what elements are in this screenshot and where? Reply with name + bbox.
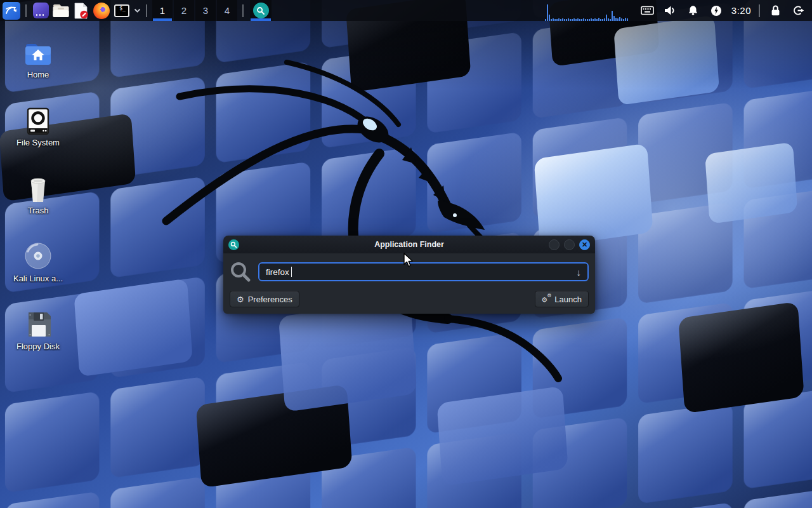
desktop-icon-label: Home (8, 70, 69, 79)
workspace-2-label: 2 (181, 5, 187, 16)
logout-icon (792, 5, 804, 16)
terminal-launcher-button[interactable]: $_ (112, 0, 132, 21)
desktop-icon-trash[interactable]: Trash (8, 173, 69, 215)
power-manager-button[interactable] (707, 0, 725, 21)
desktop-icon-label: Kali Linux a... (8, 274, 69, 283)
panel-separator (146, 4, 147, 17)
logout-button[interactable] (789, 0, 807, 21)
search-input[interactable]: firefox ↓ (258, 262, 589, 281)
desktop-icon-kali-docs[interactable]: Kali Linux a... (8, 241, 69, 283)
kali-logo-icon (3, 2, 20, 20)
console-app-icon (33, 3, 49, 18)
chevron-down-icon (134, 8, 141, 13)
cd-disc-icon (23, 241, 53, 271)
desktop-icon-label: Floppy Disk (8, 342, 69, 351)
history-dropdown-arrow-icon[interactable]: ↓ (577, 267, 582, 277)
minimize-button[interactable] (549, 239, 560, 250)
desktop-icon-file-system[interactable]: File System (8, 105, 69, 147)
firefox-icon (93, 3, 110, 19)
workspace-2[interactable]: 2 (174, 0, 194, 21)
workspace-switcher: 1 2 3 4 (152, 0, 237, 21)
file-manager-launcher-button[interactable] (51, 0, 71, 21)
floppy-disk-icon (23, 310, 53, 339)
terminal-icon: $_ (114, 4, 129, 17)
text-caret (291, 267, 292, 277)
mouse-cursor (403, 253, 414, 268)
console-launcher-button[interactable] (30, 0, 51, 21)
workspace-3-label: 3 (203, 5, 208, 16)
preferences-button[interactable]: ⚙ Preferences (230, 291, 299, 307)
window-title: Application Finder (223, 240, 595, 249)
keyboard-layout-button[interactable] (639, 0, 657, 21)
workspace-3[interactable]: 3 (195, 0, 216, 21)
window-titlebar[interactable]: Application Finder ✕ (223, 236, 595, 253)
search-icon (230, 261, 251, 283)
applications-menu-button[interactable] (1, 0, 22, 21)
panel-separator (759, 4, 760, 17)
launch-button-label: Launch (554, 295, 582, 304)
text-editor-icon (74, 3, 89, 19)
lock-screen-button[interactable] (766, 0, 784, 21)
hard-drive-icon (24, 107, 52, 135)
gear-icon: ⚙ (237, 295, 244, 304)
maximize-button[interactable] (564, 239, 575, 250)
keyboard-icon (641, 6, 654, 15)
terminal-dropdown-button[interactable] (132, 0, 142, 21)
launch-button[interactable]: ⚙ ⚙ Launch (535, 291, 589, 307)
desktop-icon-label: File System (8, 138, 69, 147)
panel-separator (242, 4, 244, 17)
text-editor-launcher-button[interactable] (71, 0, 91, 21)
application-finder-window-icon (228, 239, 239, 250)
panel-separator (25, 4, 27, 17)
desktop-icon-floppy-disk[interactable]: Floppy Disk (8, 309, 69, 351)
desktop-icon-home[interactable]: Home (8, 37, 69, 79)
application-finder-window: Application Finder ✕ firefox ↓ (223, 236, 595, 312)
desktop-icon-label: Trash (8, 206, 69, 215)
clock-button[interactable]: 3:20 (728, 0, 755, 21)
firefox-launcher-button[interactable] (91, 0, 112, 21)
close-button[interactable]: ✕ (579, 239, 590, 250)
volume-button[interactable] (662, 0, 679, 21)
trash-icon (23, 174, 53, 203)
clock-text: 3:20 (731, 5, 751, 16)
top-panel: $_ 1 2 3 4 (0, 0, 812, 21)
preferences-button-label: Preferences (248, 295, 292, 304)
home-folder-icon (23, 39, 53, 67)
lock-icon (770, 4, 781, 17)
workspace-1-label: 1 (160, 5, 165, 16)
search-input-value: firefox (266, 267, 289, 277)
workspace-1[interactable]: 1 (152, 0, 173, 21)
workspace-4[interactable]: 4 (217, 0, 237, 21)
launch-gears-icon: ⚙ ⚙ (542, 295, 551, 304)
notifications-button[interactable] (684, 0, 702, 21)
volume-icon (664, 5, 676, 16)
workspace-4-label: 4 (225, 5, 230, 16)
file-manager-icon (53, 4, 69, 18)
power-battery-icon (710, 5, 722, 17)
bell-icon (688, 5, 698, 16)
desktop-root: $_ 1 2 3 4 (0, 0, 812, 508)
application-finder-taskbar-button[interactable] (250, 0, 272, 21)
application-finder-icon (253, 3, 269, 18)
cpu-graph[interactable] (545, 0, 630, 21)
